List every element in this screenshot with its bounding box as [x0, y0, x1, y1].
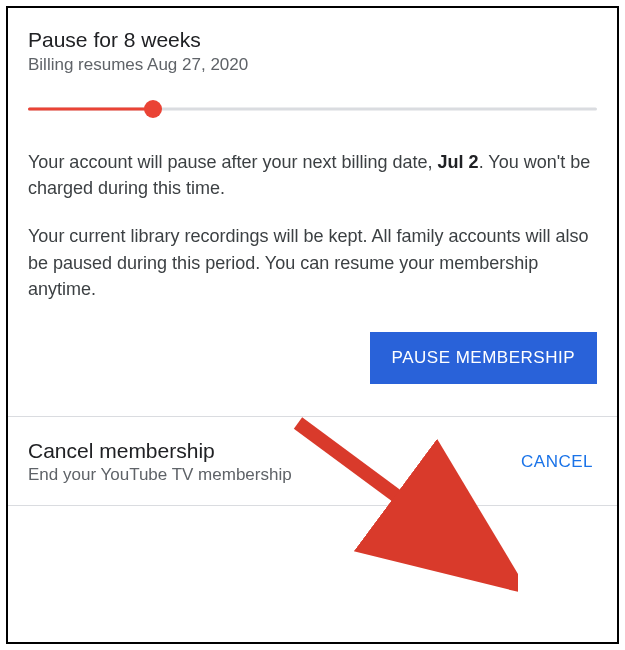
pause-subtitle: Billing resumes Aug 27, 2020: [28, 55, 597, 75]
cancel-title: Cancel membership: [28, 439, 517, 463]
pause-membership-section: Pause for 8 weeks Billing resumes Aug 27…: [8, 8, 617, 416]
pause-description-1: Your account will pause after your next …: [28, 149, 597, 201]
pause-desc1-before: Your account will pause after your next …: [28, 152, 438, 172]
cancel-text-group: Cancel membership End your YouTube TV me…: [28, 439, 517, 485]
pause-membership-button[interactable]: PAUSE MEMBERSHIP: [370, 332, 597, 384]
cancel-membership-section: Cancel membership End your YouTube TV me…: [8, 417, 617, 505]
cancel-link[interactable]: CANCEL: [517, 444, 597, 480]
slider-fill: [28, 108, 153, 111]
pause-duration-slider[interactable]: [28, 99, 597, 119]
slider-thumb[interactable]: [144, 100, 162, 118]
pause-description-2: Your current library recordings will be …: [28, 223, 597, 301]
pause-billing-date: Jul 2: [438, 152, 479, 172]
cancel-subtitle: End your YouTube TV membership: [28, 465, 517, 485]
pause-actions: PAUSE MEMBERSHIP: [28, 332, 597, 384]
bottom-divider: [8, 505, 617, 506]
pause-title: Pause for 8 weeks: [28, 26, 597, 53]
